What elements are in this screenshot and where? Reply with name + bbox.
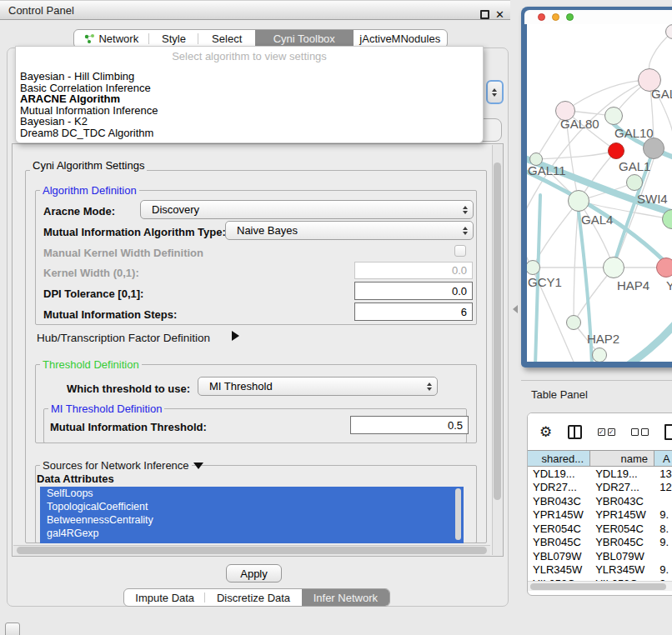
node-gal10[interactable] (604, 107, 623, 125)
node-label: Y (666, 278, 672, 292)
vertical-scrollbar-thumb[interactable] (494, 162, 501, 500)
network-icon (84, 33, 95, 44)
node-table: shared... name A YDL19... YDL19... 13 YD… (528, 450, 672, 591)
select-all-checks-icon[interactable] (598, 428, 615, 436)
node-hap2[interactable] (566, 315, 581, 330)
column-header-name[interactable]: name (590, 451, 654, 466)
horizontal-scrollbar-thumb[interactable] (17, 547, 487, 554)
tab-style[interactable]: Style (149, 30, 199, 48)
algorithm-combobox-fragment[interactable] (486, 80, 504, 104)
node-salmon[interactable] (656, 258, 672, 278)
node-label: GAL1 (619, 159, 650, 173)
data-attributes-list[interactable]: SelfLoops TopologicalCoefficient Between… (40, 487, 464, 543)
mi-threshold-label: Mutual Information Threshold: (50, 421, 207, 433)
list-scrollbar-thumb[interactable] (455, 488, 461, 540)
kernel-width-field: 0.0 (354, 262, 473, 279)
tab-select[interactable]: Select (198, 30, 255, 48)
tab-network[interactable]: Network (74, 30, 149, 48)
collapse-down-icon[interactable] (193, 462, 203, 469)
dropdown-item[interactable]: Dream8 DC_TDC Algorithm (16, 128, 483, 139)
table-row[interactable]: YPR145W YPR145W 9. (528, 508, 672, 522)
expand-right-icon[interactable] (232, 331, 239, 341)
column-header-partial[interactable]: A (654, 451, 672, 466)
which-threshold-select[interactable]: MI Threshold (198, 377, 438, 396)
list-item[interactable]: SelfLoops (40, 487, 464, 500)
tab-impute-data[interactable]: Impute Data (124, 589, 205, 606)
node-red[interactable] (608, 142, 624, 159)
close-icon[interactable]: ✕ (495, 10, 504, 19)
dpi-tolerance-field[interactable]: 0.0 (354, 282, 473, 300)
combo-arrows-icon (427, 382, 432, 391)
node-label: GAL (651, 87, 672, 101)
table-row[interactable]: YER054C YER054C 8. (528, 522, 672, 536)
dropdown-item[interactable]: Bayesian - Hill Climbing (16, 71, 483, 82)
node-label: GAL11 (528, 163, 566, 178)
table-row[interactable]: YLR345W YLR345W 9. (528, 563, 672, 578)
tab-discretize-data[interactable]: Discretize Data (205, 589, 301, 606)
export-table-icon[interactable] (664, 424, 672, 440)
combo-arrows-icon (463, 206, 468, 214)
minimize-traffic-light-icon[interactable] (552, 13, 559, 21)
deselect-all-checks-icon[interactable] (631, 428, 649, 436)
algorithm-definition-legend: Algorithm Definition (40, 184, 139, 197)
hub-definition-label[interactable]: Hub/Transcription Factor Definition (37, 332, 210, 344)
panel-grip-button[interactable] (5, 622, 20, 635)
column-header-shared-name[interactable]: shared... (528, 451, 590, 466)
tab-infer-network[interactable]: Infer Network (302, 589, 389, 606)
mi-threshold-legend: MI Threshold Definition (48, 402, 164, 415)
kernel-width-label: Kernel Width (0,1): (43, 267, 139, 279)
list-item[interactable]: gal4RGexp (40, 527, 464, 540)
float-window-icon[interactable] (480, 10, 489, 19)
dpi-tolerance-label: DPI Tolerance [0,1]: (43, 288, 143, 300)
node-gray[interactable] (643, 138, 664, 159)
dropdown-item-selected[interactable]: ARACNE Algorithm (16, 93, 483, 105)
node-hap4[interactable] (603, 257, 624, 278)
mi-algorithm-type-select[interactable]: Naive Bayes (225, 221, 474, 240)
aracne-mode-select[interactable]: Discovery (140, 200, 474, 219)
panel-divider-collapse-icon[interactable] (513, 305, 518, 313)
table-row[interactable]: YBR045C YBR045C 9. (528, 536, 672, 550)
dropdown-item[interactable]: Mutual Information Inference (16, 105, 483, 117)
table-row[interactable]: YDR27... YDR27... 12 (528, 481, 672, 495)
split-columns-icon[interactable] (568, 425, 581, 439)
mi-steps-field[interactable]: 6 (354, 302, 473, 321)
dropdown-placeholder: Select algorithm to view settings (16, 47, 483, 62)
table-header-row: shared... name A (528, 450, 672, 467)
apply-button[interactable]: Apply (226, 564, 282, 582)
tab-jactivemnodules[interactable]: jActiveMNodules (354, 30, 448, 48)
node-partial-bottom[interactable] (592, 348, 607, 362)
tab-cyni-toolbox[interactable]: Cyni Toolbox (255, 30, 353, 48)
table-panel-title: Table Panel (521, 380, 672, 408)
close-traffic-light-icon[interactable] (538, 13, 545, 21)
list-item[interactable]: TopologicalCoefficient (40, 500, 464, 513)
threshold-definition-legend: Threshold Definition (40, 358, 142, 371)
table-horizontal-scrollbar-thumb[interactable] (530, 583, 666, 590)
table-row[interactable]: YDL19... YDL19... 13 (528, 467, 672, 481)
list-item[interactable]: BetweennessCentrality (40, 513, 464, 527)
node-gal1[interactable] (626, 174, 643, 191)
table-row[interactable]: YBR043C YBR043C (528, 494, 672, 508)
cyni-algorithm-settings-legend: Cyni Algorithm Settings (30, 159, 147, 172)
network-window-titlebar[interactable] (524, 10, 672, 24)
table-horizontal-scrollbar[interactable] (528, 581, 672, 591)
network-canvas[interactable]: GAL GAL80 GAL10 GAL11 GAL1 SWI4 GAL4 GCY… (527, 24, 672, 362)
node-label: GCY1 (528, 275, 562, 289)
control-panel-titlebar[interactable]: Control Panel (0, 0, 510, 20)
mi-threshold-field[interactable]: 0.5 (350, 416, 469, 434)
dropdown-item[interactable]: Bayesian - K2 (16, 116, 483, 128)
node-label: GAL4 (581, 212, 613, 227)
aracne-mode-label: Aracne Mode: (43, 205, 115, 218)
dropdown-item[interactable]: Basic Correlation Inference (16, 82, 483, 94)
node-gal4[interactable] (568, 190, 589, 212)
zoom-traffic-light-icon[interactable] (566, 13, 574, 21)
node-label: HAP2 (587, 332, 619, 346)
manual-kernel-width-checkbox[interactable] (454, 245, 466, 257)
data-attributes-label: Data Attributes (37, 472, 114, 485)
combo-arrows-icon (463, 227, 468, 235)
mi-steps-label: Mutual Information Steps: (43, 308, 177, 321)
table-row[interactable]: YBL079W YBL079W (528, 549, 672, 563)
gear-icon[interactable]: ⚙ (539, 425, 552, 439)
sources-legend[interactable]: Sources for Network Inference (40, 459, 192, 472)
bottom-tabbar: Impute Data Discretize Data Infer Networ… (123, 588, 390, 607)
which-threshold-label: Which threshold to use: (67, 382, 190, 395)
